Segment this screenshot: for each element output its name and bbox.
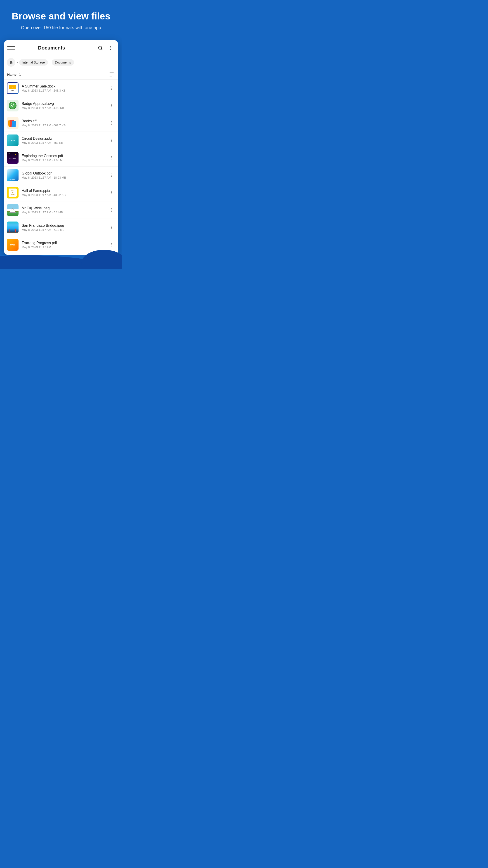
file-item[interactable]: Books.tiff May 8, 2023 11:17 AM · 602.7 … bbox=[4, 114, 119, 132]
svg-point-4 bbox=[110, 49, 111, 50]
file-more-button[interactable] bbox=[108, 85, 115, 92]
file-info: San Francisco Bridge.jpeg May 8, 2023 11… bbox=[22, 223, 105, 231]
file-more-button[interactable] bbox=[108, 172, 115, 179]
sort-bar: Name bbox=[4, 69, 119, 80]
file-meta: May 8, 2023 11:17 AM · 7.12 MB bbox=[22, 228, 105, 231]
view-toggle-button[interactable] bbox=[108, 71, 115, 78]
more-options-button[interactable] bbox=[106, 43, 115, 53]
svg-point-36 bbox=[111, 227, 112, 228]
svg-point-2 bbox=[110, 46, 111, 47]
file-meta: May 8, 2023 11:17 AM · 4.92 KB bbox=[22, 106, 105, 110]
svg-point-38 bbox=[111, 243, 112, 244]
file-more-button[interactable] bbox=[108, 224, 115, 231]
file-more-button[interactable] bbox=[108, 189, 115, 196]
file-thumbnail bbox=[7, 221, 19, 233]
svg-point-16 bbox=[111, 107, 112, 107]
svg-point-23 bbox=[111, 156, 112, 157]
svg-point-11 bbox=[111, 89, 112, 90]
file-info: Global Outlook.pdf May 8, 2023 11:17 AM … bbox=[22, 171, 105, 179]
file-more-button[interactable] bbox=[108, 154, 115, 161]
file-info: Mt Fuji Wide.jpeg May 8, 2023 11:17 AM ·… bbox=[22, 206, 105, 214]
file-thumbnail: COSMOS bbox=[7, 152, 19, 164]
file-thumbnail: CIRCUIT bbox=[7, 134, 19, 146]
svg-point-30 bbox=[111, 192, 112, 193]
file-item[interactable]: Mt Fuji Wide.jpeg May 8, 2023 11:17 AM ·… bbox=[4, 202, 119, 219]
file-thumbnail bbox=[7, 204, 19, 216]
breadcrumb-internal-storage[interactable]: Internal Storage bbox=[19, 59, 48, 66]
file-meta: May 8, 2023 11:17 AM · 243.3 KB bbox=[22, 89, 105, 92]
file-more-button[interactable] bbox=[108, 137, 115, 144]
svg-point-17 bbox=[111, 121, 112, 122]
file-item[interactable]: ★ SALE A Summer Sale.docx May 8, 2023 11… bbox=[4, 80, 119, 97]
file-thumbnail: GLOBAL bbox=[7, 169, 19, 181]
file-item[interactable]: CIRCUIT Circuit Design.pptx May 8, 2023 … bbox=[4, 132, 119, 149]
svg-point-29 bbox=[111, 191, 112, 192]
sort-label[interactable]: Name bbox=[7, 72, 22, 76]
file-name: Global Outlook.pdf bbox=[22, 171, 105, 176]
file-meta: May 8, 2023 11:17 AM · 602.7 KB bbox=[22, 124, 105, 127]
svg-rect-6 bbox=[109, 74, 112, 74]
search-button[interactable] bbox=[96, 43, 105, 53]
breadcrumb-chevron-2: › bbox=[49, 61, 51, 64]
file-meta: May 8, 2023 11:17 AM · 43.92 KB bbox=[22, 193, 105, 197]
svg-rect-8 bbox=[109, 76, 112, 76]
file-name: Mt Fuji Wide.jpeg bbox=[22, 206, 105, 210]
file-more-button[interactable] bbox=[108, 119, 115, 127]
toolbar-title: Documents bbox=[7, 45, 96, 51]
file-item[interactable]: COSMOS Exploring the Cosmos.pdf May 8, 2… bbox=[4, 149, 119, 166]
svg-rect-5 bbox=[109, 72, 113, 73]
file-name: A Summer Sale.docx bbox=[22, 84, 105, 88]
svg-point-34 bbox=[111, 211, 112, 212]
file-item[interactable]: HALLOFFAME Hall of Fame.pptx May 8, 2023… bbox=[4, 184, 119, 202]
file-more-button[interactable] bbox=[108, 241, 115, 248]
file-info: A Summer Sale.docx May 8, 2023 11:17 AM … bbox=[22, 84, 105, 92]
file-name: Tracking Progress.pdf bbox=[22, 241, 105, 245]
file-info: Tracking Progress.pdf May 8, 2023 11:17 … bbox=[22, 241, 105, 249]
svg-point-18 bbox=[111, 123, 112, 123]
svg-rect-7 bbox=[109, 75, 113, 75]
file-name: Books.tiff bbox=[22, 119, 105, 123]
svg-point-37 bbox=[111, 228, 112, 229]
file-name: Exploring the Cosmos.pdf bbox=[22, 154, 105, 158]
file-thumbnail bbox=[7, 100, 19, 112]
hero-subtitle: Open over 150 file formats with one app bbox=[7, 24, 115, 31]
file-info: Badge Approval.svg May 8, 2023 11:17 AM … bbox=[22, 102, 105, 110]
breadcrumb-chevron-1: › bbox=[17, 61, 18, 64]
file-item[interactable]: San Francisco Bridge.jpeg May 8, 2023 11… bbox=[4, 219, 119, 236]
toolbar-actions bbox=[96, 43, 115, 53]
file-thumbnail: HALLOFFAME bbox=[7, 187, 19, 198]
file-list: ★ SALE A Summer Sale.docx May 8, 2023 11… bbox=[4, 80, 119, 255]
breadcrumb: › Internal Storage › Documents bbox=[4, 55, 119, 69]
file-meta: May 8, 2023 11:17 AM · 5.2 MB bbox=[22, 211, 105, 214]
breadcrumb-documents[interactable]: Documents bbox=[52, 59, 74, 66]
breadcrumb-home-button[interactable] bbox=[7, 58, 15, 67]
svg-point-24 bbox=[111, 158, 112, 158]
file-name: San Francisco Bridge.jpeg bbox=[22, 223, 105, 228]
file-meta: May 8, 2023 11:17 AM · 1.08 MB bbox=[22, 158, 105, 162]
file-thumbnail: TRACK bbox=[7, 239, 19, 251]
svg-point-21 bbox=[111, 140, 112, 141]
svg-point-40 bbox=[111, 246, 112, 247]
file-more-button[interactable] bbox=[108, 206, 115, 214]
app-card: Documents bbox=[4, 40, 119, 255]
svg-point-19 bbox=[111, 124, 112, 125]
svg-point-22 bbox=[111, 142, 112, 142]
svg-point-33 bbox=[111, 210, 112, 211]
file-meta: May 8, 2023 11:17 AM bbox=[22, 246, 105, 249]
svg-point-25 bbox=[111, 159, 112, 160]
file-thumbnail: ★ SALE bbox=[7, 82, 19, 94]
file-name: Badge Approval.svg bbox=[22, 102, 105, 106]
file-meta: May 8, 2023 11:17 AM · 458 KB bbox=[22, 141, 105, 145]
hero-title: Browse and view files bbox=[7, 11, 115, 22]
file-name: Hall of Fame.pptx bbox=[22, 189, 105, 193]
file-item[interactable]: GLOBAL Global Outlook.pdf May 8, 2023 11… bbox=[4, 166, 119, 184]
file-more-button[interactable] bbox=[108, 102, 115, 109]
svg-line-1 bbox=[101, 49, 103, 50]
svg-point-32 bbox=[111, 209, 112, 209]
svg-point-15 bbox=[111, 105, 112, 106]
svg-point-28 bbox=[111, 176, 112, 177]
file-item[interactable]: Badge Approval.svg May 8, 2023 11:17 AM … bbox=[4, 97, 119, 114]
file-meta: May 8, 2023 11:17 AM · 18.93 MB bbox=[22, 176, 105, 179]
svg-point-10 bbox=[111, 88, 112, 89]
svg-point-31 bbox=[111, 194, 112, 194]
